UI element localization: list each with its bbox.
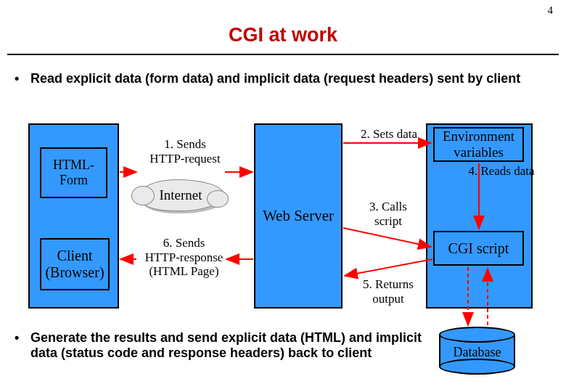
web-server-box: Web Server (254, 123, 343, 309)
bullet-1-text: Read explicit data (form data) and impli… (30, 71, 520, 86)
step-3-label: 3. Calls script (359, 200, 417, 228)
cgi-script-box: CGI script (433, 231, 524, 266)
svg-line-5 (343, 228, 431, 247)
bullet-2-text: Generate the results and send explicit d… (30, 330, 428, 361)
slide-title: CGI at work (0, 24, 566, 46)
bullet-1: • Read explicit data (form data) and imp… (15, 71, 551, 86)
database-cylinder: Database (439, 327, 515, 370)
step-2-label: 2. Sets data (348, 127, 430, 142)
internet-label: Internet (159, 187, 202, 203)
database-label: Database (439, 345, 515, 360)
html-form-box: HTML- Form (40, 147, 107, 198)
divider (7, 54, 559, 55)
internet-cloud: Internet (138, 179, 223, 211)
svg-line-6 (345, 259, 432, 276)
bullet-2: • Generate the results and send explicit… (15, 330, 428, 361)
step-1-label: 1. Sends HTTP-request (142, 137, 229, 166)
bullet-dot: • (15, 330, 30, 361)
bullet-dot: • (15, 71, 30, 86)
client-browser-box: Client (Browser) (40, 238, 110, 290)
step-6-label: 6. Sends HTTP-response (HTML Page) (135, 236, 233, 279)
env-vars-box: Environment variables (433, 127, 524, 162)
step-4-label: 4. Reads data (454, 164, 549, 179)
page-number: 4 (548, 4, 554, 17)
step-5-label: 5. Returns output (356, 277, 421, 306)
